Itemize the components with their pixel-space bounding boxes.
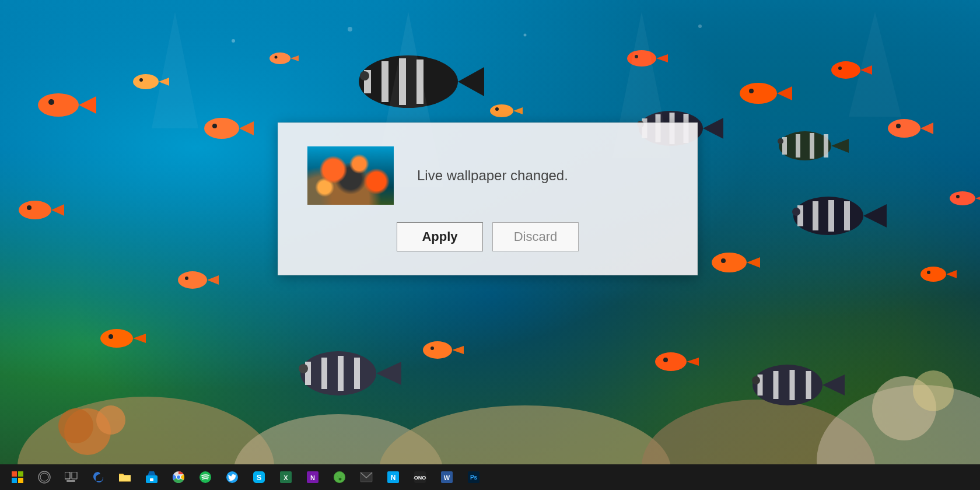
svg-marker-62 <box>747 257 760 268</box>
svg-point-9 <box>913 370 954 411</box>
svg-marker-39 <box>656 54 668 62</box>
svg-marker-121 <box>148 471 156 475</box>
onenote-button[interactable]: N <box>300 464 326 490</box>
svg-marker-107 <box>152 12 198 128</box>
svg-point-105 <box>524 34 527 37</box>
taskbar: S X N N <box>0 464 980 490</box>
edge-icon <box>92 471 104 484</box>
svg-point-79 <box>956 195 960 198</box>
svg-marker-98 <box>452 346 464 354</box>
svg-point-73 <box>275 56 278 59</box>
photoshop-button[interactable]: Ps <box>461 464 487 490</box>
svg-text:N: N <box>391 474 396 482</box>
svg-point-23 <box>740 83 777 104</box>
svg-point-116 <box>40 473 48 481</box>
svg-point-106 <box>698 24 702 28</box>
svg-point-100 <box>655 352 687 371</box>
svg-point-134 <box>334 471 345 483</box>
excel-button[interactable]: X <box>273 464 299 490</box>
svg-point-25 <box>749 89 754 93</box>
apply-button[interactable]: Apply <box>397 222 483 251</box>
svg-point-96 <box>108 334 113 339</box>
svg-rect-122 <box>150 478 153 481</box>
svg-rect-111 <box>12 471 17 477</box>
task-view-button[interactable] <box>58 464 84 490</box>
svg-point-102 <box>663 358 668 362</box>
svg-rect-119 <box>66 480 75 482</box>
twitter-button[interactable] <box>219 464 245 490</box>
svg-marker-85 <box>376 362 401 385</box>
svg-rect-117 <box>65 472 70 479</box>
cortana-icon <box>38 471 51 484</box>
xbox-icon <box>333 471 346 484</box>
svg-point-37 <box>139 78 143 82</box>
dialog-buttons: Apply Discard <box>307 222 668 251</box>
chrome-button[interactable] <box>166 464 191 490</box>
word-icon: W <box>440 471 453 484</box>
store-icon <box>145 471 158 484</box>
svg-point-97 <box>423 341 452 359</box>
twitter-icon <box>226 471 239 484</box>
svg-point-99 <box>430 346 434 350</box>
svg-text:W: W <box>444 474 450 481</box>
svg-point-6 <box>96 405 125 435</box>
svg-point-7 <box>58 408 93 443</box>
svg-marker-92 <box>822 374 845 396</box>
svg-point-87 <box>752 365 822 405</box>
svg-marker-53 <box>863 204 887 228</box>
svg-point-20 <box>204 118 239 139</box>
mail-icon <box>360 472 373 482</box>
svg-point-57 <box>185 276 188 280</box>
edge-browser-button[interactable] <box>85 464 111 490</box>
svg-point-58 <box>921 267 946 282</box>
svg-rect-114 <box>18 478 23 483</box>
cortana-search-button[interactable] <box>32 464 57 490</box>
file-explorer-button[interactable] <box>112 464 138 490</box>
svg-marker-24 <box>777 86 792 100</box>
windows-logo-icon <box>12 471 23 483</box>
svg-marker-69 <box>831 139 849 153</box>
dialog-content: Live wallpaper changed. <box>307 146 668 205</box>
svg-marker-59 <box>946 270 957 278</box>
svg-point-125 <box>177 475 180 479</box>
svg-text:X: X <box>284 474 288 481</box>
svg-marker-15 <box>458 67 484 96</box>
svg-marker-56 <box>207 275 219 285</box>
sonos-button[interactable]: SONOS <box>407 464 433 490</box>
discard-button[interactable]: Discard <box>492 222 579 251</box>
svg-point-55 <box>178 271 207 289</box>
xbox-button[interactable] <box>327 464 352 490</box>
svg-point-17 <box>38 93 79 117</box>
svg-point-19 <box>48 99 54 105</box>
microsoft-store-button[interactable] <box>139 464 164 490</box>
svg-point-63 <box>721 258 726 263</box>
svg-point-28 <box>896 124 901 128</box>
word-button[interactable]: W <box>434 464 460 490</box>
spotify-button[interactable] <box>192 464 218 490</box>
svg-point-22 <box>212 124 217 128</box>
svg-point-29 <box>831 61 860 79</box>
svg-marker-46 <box>703 118 723 139</box>
svg-point-34 <box>27 205 32 210</box>
svg-point-31 <box>838 66 842 70</box>
skype-button[interactable]: S <box>246 464 272 490</box>
svg-point-74 <box>490 104 513 117</box>
wallpaper-change-dialog: Live wallpaper changed. Apply Discard <box>278 123 698 275</box>
svg-text:SONOS: SONOS <box>414 475 426 481</box>
svg-point-86 <box>299 364 308 373</box>
svg-marker-95 <box>133 334 146 343</box>
svg-rect-118 <box>72 472 77 479</box>
photoshop-icon: Ps <box>467 471 480 484</box>
svg-point-93 <box>752 376 760 384</box>
chrome-icon <box>172 471 185 484</box>
svg-point-76 <box>495 107 499 111</box>
notepad-button[interactable]: N <box>380 464 406 490</box>
svg-point-104 <box>348 27 352 32</box>
svg-rect-113 <box>12 478 17 483</box>
folder-icon <box>118 471 132 483</box>
svg-marker-33 <box>51 204 64 216</box>
windows-start-button[interactable] <box>5 464 30 490</box>
mail-button[interactable] <box>354 464 379 490</box>
svg-marker-21 <box>239 121 254 135</box>
svg-point-103 <box>232 39 235 43</box>
